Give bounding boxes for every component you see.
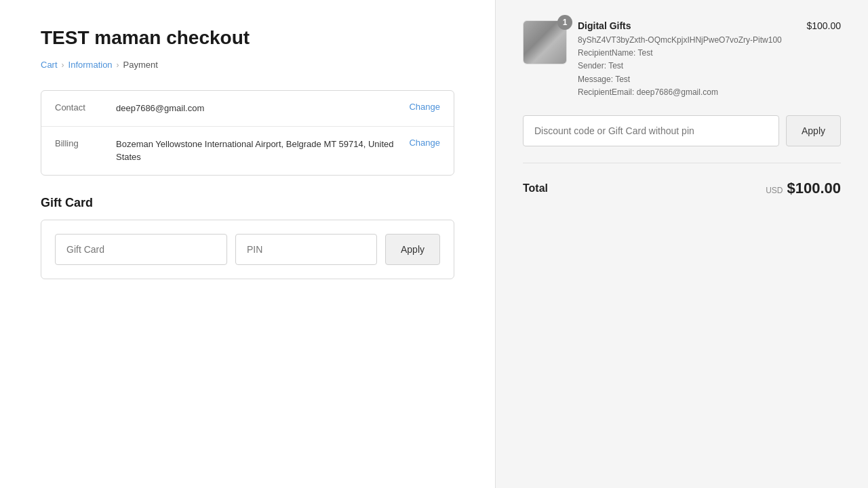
discount-apply-button[interactable]: Apply: [786, 115, 841, 146]
discount-code-input[interactable]: [523, 115, 779, 146]
total-currency: USD: [766, 186, 783, 195]
total-divider: [523, 163, 841, 163]
info-card: Contact deep7686@gmail.com Change Billin…: [41, 90, 454, 176]
product-price: $100.00: [806, 20, 841, 31]
product-sender: Sender: Test: [578, 60, 795, 73]
discount-section: Apply: [523, 115, 841, 146]
billing-row: Billing Bozeman Yellowstone Internationa…: [41, 127, 454, 175]
product-item: 1 Digital Gifts 8yShZ4VT3byZxth-OQmcKpjx…: [523, 20, 841, 99]
product-details: Digital Gifts 8yShZ4VT3byZxth-OQmcKpjxIH…: [578, 20, 795, 99]
store-title: TEST maman checkout: [41, 27, 454, 49]
left-panel: TEST maman checkout Cart › Information ›…: [0, 0, 495, 488]
product-message: Message: Test: [578, 73, 795, 86]
product-recipient-name: RecipientName: Test: [578, 47, 795, 60]
contact-change-link[interactable]: Change: [409, 102, 440, 112]
total-amount: $100.00: [787, 180, 841, 197]
product-recipient-email: RecipientEmail: deep7686@gmail.com: [578, 86, 795, 99]
breadcrumb-information[interactable]: Information: [68, 60, 113, 70]
gift-card-section-title: Gift Card: [41, 196, 454, 210]
breadcrumb: Cart › Information › Payment: [41, 60, 454, 70]
billing-change-link[interactable]: Change: [409, 138, 440, 148]
product-name: Digital Gifts: [578, 20, 795, 31]
product-badge: 1: [557, 15, 572, 30]
total-label: Total: [523, 182, 548, 195]
product-sku: 8yShZ4VT3byZxth-OQmcKpjxIHNjPweO7voZry-P…: [578, 34, 795, 47]
billing-label: Billing: [55, 138, 116, 148]
contact-label: Contact: [55, 102, 116, 113]
gift-card-apply-button[interactable]: Apply: [385, 234, 440, 265]
total-row: Total USD $100.00: [523, 174, 841, 203]
gift-card-input[interactable]: [55, 234, 227, 265]
billing-value: Bozeman Yellowstone International Airpor…: [116, 138, 402, 164]
right-panel: 1 Digital Gifts 8yShZ4VT3byZxth-OQmcKpjx…: [495, 0, 868, 488]
breadcrumb-cart[interactable]: Cart: [41, 60, 58, 70]
breadcrumb-sep-1: ›: [62, 60, 64, 70]
product-image-wrapper: 1: [523, 20, 567, 64]
breadcrumb-sep-2: ›: [117, 60, 119, 70]
contact-value: deep7686@gmail.com: [116, 102, 402, 115]
breadcrumb-payment: Payment: [123, 60, 158, 70]
pin-input[interactable]: [235, 234, 377, 265]
total-value-wrapper: USD $100.00: [766, 180, 841, 197]
gift-card-inputs: Apply: [55, 234, 440, 265]
gift-card-box: Apply: [41, 220, 454, 279]
contact-row: Contact deep7686@gmail.com Change: [41, 91, 454, 127]
